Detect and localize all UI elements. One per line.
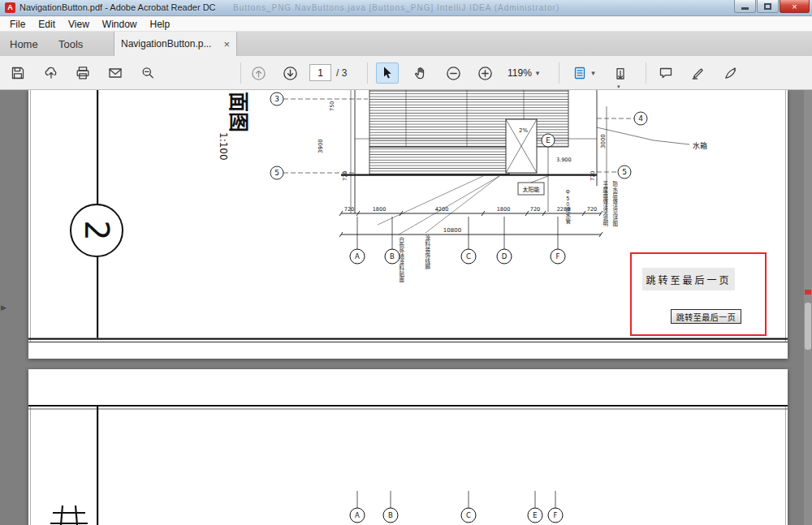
dim-right-3000: 3000 [600, 134, 607, 148]
dim-1800a: 1800 [373, 206, 387, 213]
window-controls: × [733, 0, 810, 13]
print-icon [76, 66, 90, 80]
grid-bubble-3: 3 [274, 95, 279, 103]
print-button[interactable] [71, 62, 94, 84]
page-count-label: / 3 [336, 67, 347, 79]
page-number-input[interactable] [309, 64, 331, 81]
grid-bubble-b: B [390, 252, 395, 260]
window-title: NavigationButton.pdf - Adobe Acrobat Rea… [19, 2, 216, 12]
scrollbar-thumb[interactable] [805, 303, 811, 350]
water-tank-label: 水箱 [693, 141, 707, 150]
caret-down-icon: ▾ [591, 69, 595, 77]
cloud-upload-icon [44, 66, 58, 80]
tab-home[interactable]: Home [2, 32, 46, 56]
tab-close-icon[interactable]: × [223, 38, 230, 50]
dim-total-10800: 10800 [443, 227, 461, 234]
save-icon [11, 66, 25, 80]
grid-bubble-a2: A [355, 511, 360, 519]
dim-720c: 720 [587, 206, 597, 213]
annotation-highlight-box[interactable]: 跳转至最后一页 跳转至最后一页 [630, 252, 767, 336]
previous-page-icon [251, 66, 266, 81]
hand-tool-icon [413, 66, 428, 80]
tabbar: Home Tools NavigationButton.p... × [0, 32, 812, 56]
page-display-icon [572, 66, 587, 80]
grid-bubble-c2: C [466, 511, 471, 519]
note-roof-spec: 平屋面做法见说明 [602, 181, 607, 226]
grid-bubble-f2: F [554, 511, 558, 519]
scrolling-mode-button[interactable]: ▾ [609, 62, 632, 87]
dim-right-720: 720 [590, 171, 596, 181]
dim-720a: 720 [344, 206, 354, 213]
solar-label: 太阳能 [523, 186, 540, 193]
email-button[interactable] [104, 62, 127, 84]
note-moulding: 涂料装饰线脚 [424, 235, 430, 269]
zoom-in-icon [477, 66, 493, 81]
maximize-button[interactable] [757, 0, 779, 13]
menu-window[interactable]: Window [96, 18, 144, 31]
grid-bubble-e: E [546, 136, 551, 144]
grid-bubble-a: A [355, 252, 360, 260]
note-drain-pipe: Φ50泄水管 [564, 189, 570, 225]
grid-bubble-4: 4 [638, 114, 643, 123]
toolbar: / 3 119% ▾ [0, 56, 812, 90]
menu-file[interactable]: File [3, 18, 32, 31]
hand-tool-button[interactable] [409, 62, 432, 84]
zoom-level-dropdown[interactable]: 119% ▾ [503, 64, 543, 81]
titlebar: A NavigationButton.pdf - Adobe Acrobat R… [0, 0, 812, 16]
dim-720b: 720 [530, 206, 540, 213]
grid-bubble-d: D [502, 252, 508, 260]
fill-sign-button[interactable] [719, 62, 742, 84]
scrollbar-annotation-mark [805, 290, 811, 295]
zoom-in-button[interactable] [473, 62, 496, 84]
email-icon [108, 66, 123, 80]
zoom-out-button[interactable] [442, 62, 464, 84]
note-wall-paint: 白色外墙涂料贴面 [398, 237, 404, 282]
save-button[interactable] [6, 62, 29, 84]
next-page-button[interactable] [279, 62, 301, 84]
partial-glyph [50, 506, 88, 525]
jump-last-page-button[interactable]: 跳转至最后一页 [671, 309, 741, 324]
select-tool-icon [380, 66, 395, 80]
toolbar-separator [646, 62, 646, 84]
menu-view[interactable]: View [62, 18, 96, 31]
caret-down-icon: ▾ [536, 69, 540, 77]
marquee-zoom-icon [140, 66, 155, 80]
grid-bubble-b2: B [388, 511, 393, 519]
menubar: File Edit View Window Help [0, 17, 812, 32]
menu-help[interactable]: Help [144, 18, 177, 31]
level-label: 3.900 [556, 157, 572, 163]
acrobat-window: A NavigationButton.pdf - Adobe Acrobat R… [0, 0, 812, 525]
comment-icon [659, 66, 673, 80]
dim-left-3900: 3900 [317, 139, 324, 153]
grid-bubble-5r: 5 [622, 168, 627, 176]
cloud-upload-button[interactable] [40, 62, 63, 84]
dim-left-750: 750 [329, 101, 335, 111]
comment-button[interactable] [654, 62, 677, 84]
select-tool-button[interactable] [376, 62, 399, 84]
marquee-zoom-button[interactable] [136, 62, 159, 84]
acrobat-app-icon: A [5, 2, 15, 13]
tab-tools[interactable]: Tools [50, 32, 91, 56]
highlight-button[interactable] [687, 62, 710, 84]
highlight-icon [691, 66, 706, 80]
tab-document[interactable]: NavigationButton.p... × [114, 32, 237, 56]
grid-bubble-c: C [466, 252, 471, 260]
vertical-scrollbar[interactable] [804, 90, 812, 525]
sheet-number: 2 [78, 220, 115, 240]
jump-last-page-field[interactable]: 跳转至最后一页 [642, 268, 735, 290]
grid-bubble-f: F [556, 252, 560, 260]
navigation-pane-toggle[interactable]: ▶ [1, 303, 6, 312]
scrolling-mode-icon [613, 67, 628, 82]
caret-down-icon: ▾ [617, 84, 620, 90]
pdf-page-1: 2 面图 1:100 3 5 4 5 [28, 90, 788, 359]
minimize-button[interactable] [734, 0, 756, 13]
close-button[interactable]: × [780, 0, 810, 13]
zoom-level-value: 119% [508, 67, 532, 79]
menu-edit[interactable]: Edit [32, 18, 62, 31]
previous-page-button[interactable] [247, 62, 270, 84]
maximize-icon [764, 3, 771, 10]
document-tab-label: NavigationButton.p... [121, 38, 218, 49]
fill-sign-icon [723, 66, 738, 80]
document-viewport: 2 面图 1:100 3 5 4 5 [0, 90, 812, 525]
page-display-button[interactable]: ▾ [567, 62, 601, 84]
